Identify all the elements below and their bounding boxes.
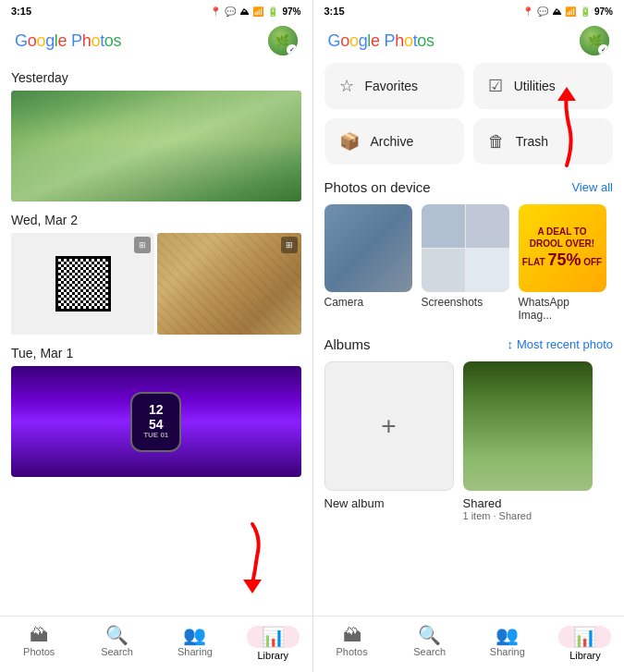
trash-label: Trash <box>516 134 548 149</box>
nav-photos-label: Photos <box>23 646 55 657</box>
status-icons-right: 📍 💬 ⛰ 📶 🔋 97% <box>522 6 613 17</box>
trash-icon: 🗑 <box>488 132 505 152</box>
camera-folder[interactable]: Camera <box>324 204 412 322</box>
sort-label: Most recent photo <box>517 337 613 351</box>
library-icon-right: 📊 <box>573 628 596 646</box>
new-album-card[interactable]: + New album <box>324 361 454 521</box>
status-bar-left: 3:15 📍 💬 ⛰ 📶 🔋 97% <box>0 0 312 20</box>
utilities-icon: ☑ <box>488 76 503 96</box>
albums-header: Albums ↕ Most recent photo <box>324 336 614 352</box>
avatar-badge-left: ✓ <box>287 44 298 55</box>
device-photos-row: Camera Screenshots A DEAL TO DROOL OVER!… <box>324 204 614 322</box>
status-bar-right: 3:15 📍 💬 ⛰ 📶 🔋 97% <box>313 0 625 20</box>
shared-album-meta: 1 item · Shared <box>463 510 593 521</box>
whatsapp-folder[interactable]: A DEAL TO DROOL OVER!FLAT 75% OFF WhatsA… <box>519 204 606 322</box>
left-panel: 3:15 📍 💬 ⛰ 📶 🔋 97% Google Photos 🌿 ✓ Yes… <box>0 0 312 672</box>
whatsapp-folder-name: WhatsApp Imag... <box>519 296 606 322</box>
photos-nav-icon: 🏔 <box>30 626 48 644</box>
search-nav-icon: 🔍 <box>105 626 128 644</box>
photo-qr-left[interactable]: ⊞ <box>11 233 154 335</box>
screenshots-folder[interactable]: Screenshots <box>422 204 509 322</box>
photo-watch[interactable]: 1254 TUE 01 <box>11 366 301 477</box>
nav-library-left[interactable]: 📊 Library <box>234 622 312 665</box>
nav-search-label-right: Search <box>413 646 446 657</box>
photo-type-icon-2: ⊞ <box>281 237 298 253</box>
utilities-card[interactable]: ☑ Utilities <box>473 63 613 109</box>
device-photos-header: Photos on device View all <box>324 179 614 195</box>
date-yesterday: Yesterday <box>11 63 301 91</box>
app-logo-left: Google Photos <box>15 31 121 51</box>
bottom-nav-right: 🏔 Photos 🔍 Search 👥 Sharing 📊 Library <box>313 616 625 672</box>
nav-library-label: Library <box>258 650 289 661</box>
watch-face-display: 1254 TUE 01 <box>130 392 181 452</box>
shared-album-thumb <box>463 361 593 491</box>
time-left: 3:15 <box>11 6 31 17</box>
time-right: 3:15 <box>324 6 345 17</box>
nav-photos-left[interactable]: 🏔 Photos <box>0 622 78 665</box>
nav-photos-right[interactable]: 🏔 Photos <box>313 622 391 665</box>
camera-thumb <box>324 204 412 292</box>
bottom-nav-left: 🏔 Photos 🔍 Search 👥 Sharing 📊 Library <box>0 616 312 672</box>
utilities-label: Utilities <box>514 79 556 93</box>
screenshots-folder-name: Screenshots <box>422 296 509 309</box>
date-wed-mar2: Wed, Mar 2 <box>11 205 301 233</box>
nav-search-right[interactable]: 🔍 Search <box>391 622 469 665</box>
nav-sharing-label-right: Sharing <box>490 646 525 657</box>
nav-sharing-left[interactable]: 👥 Sharing <box>156 622 234 665</box>
utility-grid: ☆ Favorites ☑ Utilities 📦 Archive 🗑 Tras… <box>324 63 614 165</box>
nav-library-label-right: Library <box>569 650 601 661</box>
app-logo-right: Google Photos <box>328 31 434 51</box>
shared-album-name: Shared <box>463 496 593 510</box>
nav-sharing-label: Sharing <box>177 646 213 657</box>
search-icon-right: 🔍 <box>418 626 441 644</box>
device-photos-title: Photos on device <box>324 179 431 195</box>
photo-yesterday-full[interactable] <box>11 91 301 202</box>
archive-card[interactable]: 📦 Archive <box>324 118 464 165</box>
right-panel: 3:15 📍 💬 ⛰ 📶 🔋 97% Google Photos 🌿 ✓ ☆ F… <box>312 0 625 672</box>
photos-icon-right: 🏔 <box>343 626 361 644</box>
view-all-button[interactable]: View all <box>571 180 613 194</box>
photo-type-icon: ⊞ <box>134 237 151 253</box>
header-right: Google Photos 🌿 ✓ <box>313 20 625 63</box>
albums-title: Albums <box>324 336 371 352</box>
archive-icon: 📦 <box>339 131 360 152</box>
status-icons-left: 📍 💬 ⛰ 📶 🔋 97% <box>210 6 300 17</box>
nav-photos-label-right: Photos <box>336 646 367 657</box>
header-left: Google Photos 🌿 ✓ <box>0 20 312 63</box>
date-tue-mar1: Tue, Mar 1 <box>11 338 301 366</box>
screenshots-thumb <box>422 204 509 292</box>
favorites-icon: ☆ <box>339 76 354 96</box>
archive-label: Archive <box>371 134 414 149</box>
avatar-badge-right: ✓ <box>598 44 609 55</box>
photos-scroll: Yesterday Wed, Mar 2 ⊞ ⊞ Tue, Mar 1 1254 <box>0 63 312 672</box>
trash-card[interactable]: 🗑 Trash <box>473 118 613 165</box>
new-album-thumb: + <box>324 361 454 491</box>
camera-folder-name: Camera <box>324 296 412 309</box>
favorites-card[interactable]: ☆ Favorites <box>324 63 464 109</box>
albums-row: + New album Shared 1 item · Shared <box>324 361 614 521</box>
favorites-label: Favorites <box>365 79 419 93</box>
avatar-right[interactable]: 🌿 ✓ <box>580 26 609 55</box>
add-album-icon: + <box>381 411 396 441</box>
library-nav-icon: 📊 <box>262 628 285 646</box>
sort-icon: ↕ <box>507 337 513 351</box>
photo-fabric[interactable]: ⊞ <box>157 233 300 335</box>
sharing-icon-right: 👥 <box>496 626 519 644</box>
photo-grid-wed: ⊞ ⊞ <box>11 233 301 335</box>
library-scroll: ☆ Favorites ☑ Utilities 📦 Archive 🗑 Tras… <box>313 63 625 672</box>
shared-album-card[interactable]: Shared 1 item · Shared <box>463 361 593 521</box>
sharing-nav-icon: 👥 <box>183 626 206 644</box>
nav-sharing-right[interactable]: 👥 Sharing <box>469 622 546 665</box>
most-recent-sort[interactable]: ↕ Most recent photo <box>507 337 613 351</box>
nav-search-label: Search <box>101 646 133 657</box>
new-album-name: New album <box>324 496 454 510</box>
whatsapp-thumb: A DEAL TO DROOL OVER!FLAT 75% OFF <box>519 204 606 292</box>
nav-library-right[interactable]: 📊 Library <box>546 622 624 665</box>
nav-search-left[interactable]: 🔍 Search <box>78 622 155 665</box>
avatar-left[interactable]: 🌿 ✓ <box>268 26 298 55</box>
